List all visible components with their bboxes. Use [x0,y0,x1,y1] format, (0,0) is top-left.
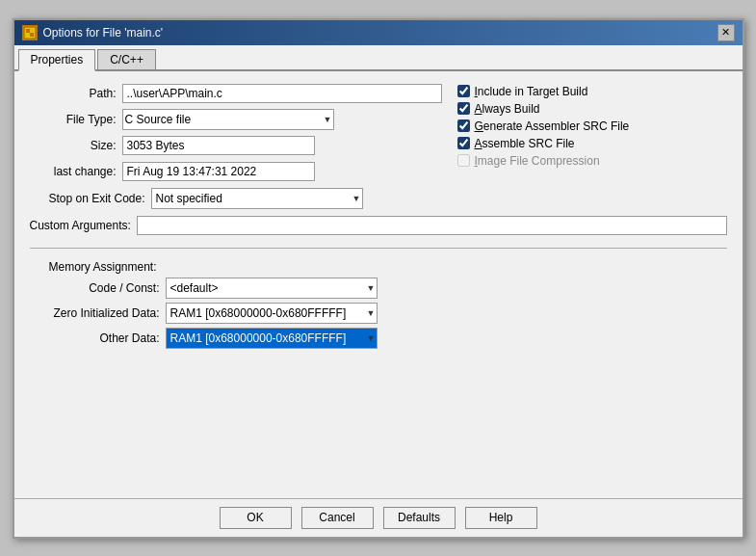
other-data-row: Other Data: <default> RAM1 [0x68000000-0… [30,328,727,349]
bottom-bar: OK Cancel Defaults Help [14,498,743,537]
assemble-src-checkbox[interactable] [457,137,470,149]
other-data-wrapper: <default> RAM1 [0x68000000-0x680FFFFF] R… [166,328,378,349]
zero-init-row: Zero Initialized Data: <default> RAM1 [0… [30,303,727,324]
zero-init-wrapper: <default> RAM1 [0x68000000-0x680FFFFF] R… [166,303,378,324]
memory-section: Memory Assignment: Code / Const: <defaul… [30,260,727,353]
stop-on-exit-label: Stop on Exit Code: [30,192,145,205]
checkbox-include-target: Include in Target Build [457,85,727,98]
dialog-content: Path: File Type: C Source file ASM Sourc… [14,71,743,498]
size-container [122,136,442,155]
title-bar-left: Options for File 'main.c' [22,25,164,40]
gen-asm-label: Generate Assembler SRC File [475,119,630,133]
size-label: Size: [30,139,117,152]
code-const-select[interactable]: <default> FLASH [0x08000000-0x081FFFFF] … [166,278,378,299]
svg-rect-1 [26,29,30,33]
top-section: Path: File Type: C Source file ASM Sourc… [30,83,727,182]
checkbox-always-build: Always Build [457,102,727,116]
stop-on-exit-wrapper: Not specified 0 Non-zero [151,188,363,209]
size-row: Size: [30,135,442,156]
assemble-src-label: Assemble SRC File [475,137,575,150]
file-type-container: C Source file ASM Source file Object fil… [122,109,442,130]
checkbox-gen-asm: Generate Assembler SRC File [457,119,727,133]
right-column: Include in Target Build Always Build Gen… [457,83,727,182]
window-icon [22,25,38,40]
image-compression-checkbox[interactable] [457,154,470,167]
memory-section-title: Memory Assignment: [30,260,157,274]
code-const-row: Code / Const: <default> FLASH [0x0800000… [30,278,727,299]
ok-button[interactable]: OK [220,507,292,529]
defaults-button[interactable]: Defaults [383,507,456,529]
zero-init-label: Zero Initialized Data: [30,306,160,320]
divider-1 [30,248,727,249]
file-type-label: File Type: [30,113,117,126]
path-row: Path: [30,83,442,104]
cancel-button[interactable]: Cancel [301,507,374,529]
other-data-select[interactable]: <default> RAM1 [0x68000000-0x680FFFFF] R… [166,328,378,349]
stop-on-exit-select[interactable]: Not specified 0 Non-zero [151,188,363,209]
file-type-select-wrapper: C Source file ASM Source file Object fil… [122,109,334,130]
window-title: Options for File 'main.c' [43,26,164,40]
file-type-row: File Type: C Source file ASM Source file… [30,109,442,130]
close-button[interactable]: ✕ [717,24,735,41]
last-change-input [122,162,315,181]
tab-properties[interactable]: Properties [18,49,96,71]
svg-rect-2 [30,33,34,37]
include-target-checkbox[interactable] [457,85,470,97]
path-input[interactable] [122,84,442,103]
image-compression-label: Image File Compression [475,154,600,168]
last-change-label: last change: [30,165,117,178]
include-target-label: Include in Target Build [475,85,588,98]
path-label: Path: [30,87,117,100]
gen-asm-checkbox[interactable] [457,119,470,132]
custom-args-container [137,216,727,235]
help-button[interactable]: Help [465,507,537,529]
size-input [122,136,315,155]
path-value-container [122,84,442,103]
memory-title-row: Memory Assignment: [30,260,727,274]
tab-bar: Properties C/C++ [14,45,743,71]
title-bar: Options for File 'main.c' ✕ [14,20,743,45]
last-change-container [122,162,442,181]
other-data-label: Other Data: [30,331,160,345]
checkbox-image-compression: Image File Compression [457,154,727,168]
tab-cpp[interactable]: C/C++ [97,49,156,69]
file-type-select[interactable]: C Source file ASM Source file Object fil… [122,109,334,130]
stop-on-exit-row: Stop on Exit Code: Not specified 0 Non-z… [30,188,727,209]
custom-args-row: Custom Arguments: [30,215,727,236]
custom-args-input[interactable] [137,216,727,235]
always-build-checkbox[interactable] [457,102,470,115]
code-const-wrapper: <default> FLASH [0x08000000-0x081FFFFF] … [166,278,378,299]
dialog-window: Options for File 'main.c' ✕ Properties C… [13,18,744,539]
code-const-label: Code / Const: [30,281,160,295]
left-column: Path: File Type: C Source file ASM Sourc… [30,83,442,182]
checkbox-assemble-src: Assemble SRC File [457,137,727,150]
zero-init-select[interactable]: <default> RAM1 [0x68000000-0x680FFFFF] R… [166,303,378,324]
always-build-label: Always Build [475,102,540,116]
last-change-row: last change: [30,161,442,182]
custom-args-label: Custom Arguments: [30,219,131,232]
